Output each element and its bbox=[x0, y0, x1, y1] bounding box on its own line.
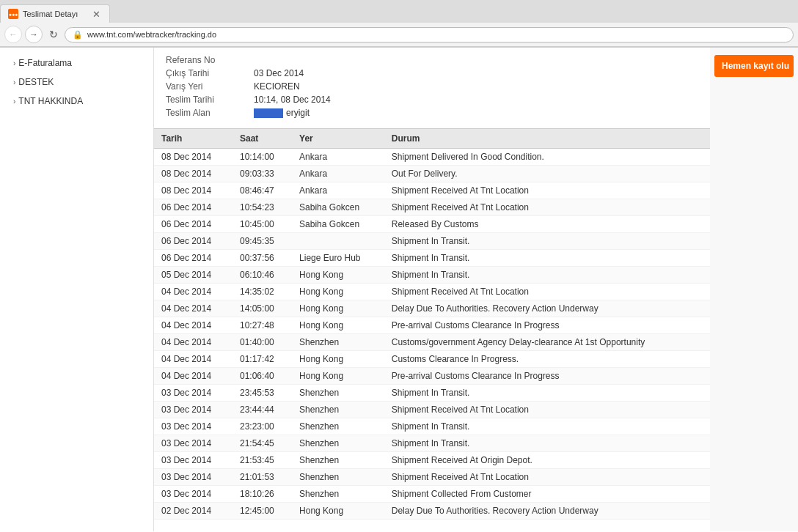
cikis-tarihi-value: 03 Dec 2014 bbox=[254, 68, 304, 78]
table-row: 08 Dec 2014 10:14:00 Ankara Shipment Del… bbox=[154, 149, 710, 166]
chevron-right-icon: › bbox=[13, 59, 15, 67]
cell-time: 21:01:53 bbox=[233, 469, 292, 486]
cell-date: 06 Dec 2014 bbox=[154, 216, 233, 233]
sidebar-item-destek[interactable]: › DESTEK bbox=[0, 73, 153, 92]
cell-time: 10:27:48 bbox=[233, 317, 292, 334]
cell-status: Shipment In Transit. bbox=[384, 435, 710, 452]
cell-time: 18:10:26 bbox=[233, 486, 292, 503]
url-text: www.tnt.com/webtracker/tracking.do bbox=[87, 30, 216, 39]
sidebar-item-tnthakkinda[interactable]: › TNT HAKKINDA bbox=[0, 92, 153, 111]
cell-date: 04 Dec 2014 bbox=[154, 351, 233, 368]
varis-yeri-value: KECIOREN bbox=[254, 81, 300, 92]
cell-location: Hong Kong bbox=[292, 503, 384, 520]
cell-location: Shenzhen bbox=[292, 469, 384, 486]
browser-tab[interactable]: ●●● Teslimat Detayı ✕ bbox=[0, 4, 110, 23]
varis-yeri-row: Varış Yeri KECIOREN bbox=[166, 80, 698, 93]
cell-status: Shipment Received At Tnt Location bbox=[384, 284, 710, 300]
cell-location: Shenzhen bbox=[292, 385, 384, 402]
cell-location: Shenzhen bbox=[292, 435, 384, 452]
cell-date: 04 Dec 2014 bbox=[154, 334, 233, 351]
cell-status: Delay Due To Authorities. Recovery Actio… bbox=[384, 503, 710, 520]
cell-location: Sabiha Gokcen bbox=[292, 199, 384, 216]
cell-date: 06 Dec 2014 bbox=[154, 233, 233, 250]
cell-time: 10:45:00 bbox=[233, 216, 292, 233]
tab-close-button[interactable]: ✕ bbox=[90, 8, 102, 20]
table-row: 04 Dec 2014 14:35:02 Hong Kong Shipment … bbox=[154, 284, 710, 300]
reload-button[interactable]: ↻ bbox=[45, 26, 62, 43]
cell-date: 03 Dec 2014 bbox=[154, 486, 233, 503]
cell-time: 23:45:53 bbox=[233, 385, 292, 402]
cell-location: Ankara bbox=[292, 166, 384, 182]
table-row: 06 Dec 2014 10:54:23 Sabiha Gokcen Shipm… bbox=[154, 199, 710, 216]
table-row: 03 Dec 2014 23:44:44 Shenzhen Shipment R… bbox=[154, 402, 710, 418]
cell-location: Hong Kong bbox=[292, 368, 384, 385]
tab-title: Teslimat Detayı bbox=[23, 10, 86, 18]
forward-button[interactable]: → bbox=[25, 26, 43, 43]
cell-status: Pre-arrival Customs Clearance In Progres… bbox=[384, 317, 710, 334]
cell-location: Shenzhen bbox=[292, 452, 384, 469]
sidebar: › E-Faturalama › DESTEK › TNT HAKKINDA bbox=[0, 48, 154, 531]
col-header-yer: Yer bbox=[292, 129, 384, 149]
cell-location: Shenzhen bbox=[292, 418, 384, 435]
col-header-tarih: Tarih bbox=[154, 129, 233, 149]
table-row: 04 Dec 2014 01:06:40 Hong Kong Pre-arriv… bbox=[154, 368, 710, 385]
sidebar-item-efaturalama[interactable]: › E-Faturalama bbox=[0, 53, 153, 73]
cell-date: 08 Dec 2014 bbox=[154, 149, 233, 166]
back-button[interactable]: ← bbox=[4, 26, 22, 43]
sidebar-item-label: E-Faturalama bbox=[18, 58, 72, 68]
table-row: 08 Dec 2014 09:03:33 Ankara Out For Deli… bbox=[154, 166, 710, 182]
table-row: 04 Dec 2014 10:27:48 Hong Kong Pre-arriv… bbox=[154, 317, 710, 334]
cell-status: Delay Due To Authorities. Recovery Actio… bbox=[384, 300, 710, 317]
cell-status: Shipment In Transit. bbox=[384, 385, 710, 402]
cell-date: 03 Dec 2014 bbox=[154, 452, 233, 469]
cell-status: Shipment In Transit. bbox=[384, 250, 710, 267]
cell-status: Shipment Delivered In Good Condition. bbox=[384, 149, 710, 166]
cell-time: 09:45:35 bbox=[233, 233, 292, 250]
teslim-alan-row: Teslim Alan eryigit bbox=[166, 106, 698, 119]
cell-location: Hong Kong bbox=[292, 284, 384, 300]
chevron-right-icon: › bbox=[13, 78, 15, 86]
cell-location: Sabiha Gokcen bbox=[292, 216, 384, 233]
table-row: 04 Dec 2014 01:17:42 Hong Kong Customs C… bbox=[154, 351, 710, 368]
cell-time: 23:44:44 bbox=[233, 402, 292, 418]
cell-location: Shenzhen bbox=[292, 402, 384, 418]
browser-chrome: ●●● Teslimat Detayı ✕ ← → ↻ 🔒 www.tnt.co… bbox=[0, 0, 798, 48]
teslim-alan-value: eryigit bbox=[254, 108, 310, 118]
cell-date: 04 Dec 2014 bbox=[154, 284, 233, 300]
redacted-block bbox=[254, 108, 283, 118]
cell-status: Shipment In Transit. bbox=[384, 233, 710, 250]
cell-date: 04 Dec 2014 bbox=[154, 368, 233, 385]
cell-date: 03 Dec 2014 bbox=[154, 418, 233, 435]
cell-time: 00:37:56 bbox=[233, 250, 292, 267]
cell-status: Shipment In Transit. bbox=[384, 267, 710, 284]
cell-time: 10:54:23 bbox=[233, 199, 292, 216]
cell-status: Shipment Received At Tnt Location bbox=[384, 182, 710, 199]
table-row: 03 Dec 2014 21:54:45 Shenzhen Shipment I… bbox=[154, 435, 710, 452]
cell-status: Shipment In Transit. bbox=[384, 418, 710, 435]
table-row: 03 Dec 2014 23:45:53 Shenzhen Shipment I… bbox=[154, 385, 710, 402]
table-row: 05 Dec 2014 06:10:46 Hong Kong Shipment … bbox=[154, 267, 710, 284]
table-row: 02 Dec 2014 12:45:00 Hong Kong Delay Due… bbox=[154, 503, 710, 520]
cell-location: Hong Kong bbox=[292, 317, 384, 334]
sidebar-item-label: TNT HAKKINDA bbox=[18, 96, 83, 106]
tracking-table: Tarih Saat Yer Durum 08 Dec 2014 10:14:0… bbox=[154, 128, 710, 520]
table-header-row: Tarih Saat Yer Durum bbox=[154, 129, 710, 149]
teslim-alan-label: Teslim Alan bbox=[166, 108, 254, 118]
nav-bar: ← → ↻ 🔒 www.tnt.com/webtracker/tracking.… bbox=[0, 23, 798, 47]
page: › E-Faturalama › DESTEK › TNT HAKKINDA R… bbox=[0, 48, 798, 531]
address-bar[interactable]: 🔒 www.tnt.com/webtracker/tracking.do bbox=[65, 27, 794, 43]
cell-location: Ankara bbox=[292, 149, 384, 166]
shipment-info-section: Referans No Çıkış Tarihi 03 Dec 2014 Var… bbox=[154, 48, 710, 128]
col-header-durum: Durum bbox=[384, 129, 710, 149]
cell-date: 04 Dec 2014 bbox=[154, 317, 233, 334]
cell-time: 10:14:00 bbox=[233, 149, 292, 166]
cell-time: 14:05:00 bbox=[233, 300, 292, 317]
cell-status: Shipment Collected From Customer bbox=[384, 486, 710, 503]
cell-date: 06 Dec 2014 bbox=[154, 199, 233, 216]
table-row: 04 Dec 2014 01:40:00 Shenzhen Customs/go… bbox=[154, 334, 710, 351]
signup-button[interactable]: Hemen kayıt olu bbox=[714, 55, 794, 77]
cell-date: 05 Dec 2014 bbox=[154, 267, 233, 284]
cell-time: 06:10:46 bbox=[233, 267, 292, 284]
tab-bar: ●●● Teslimat Detayı ✕ bbox=[0, 0, 798, 23]
varis-yeri-label: Varış Yeri bbox=[166, 81, 254, 92]
